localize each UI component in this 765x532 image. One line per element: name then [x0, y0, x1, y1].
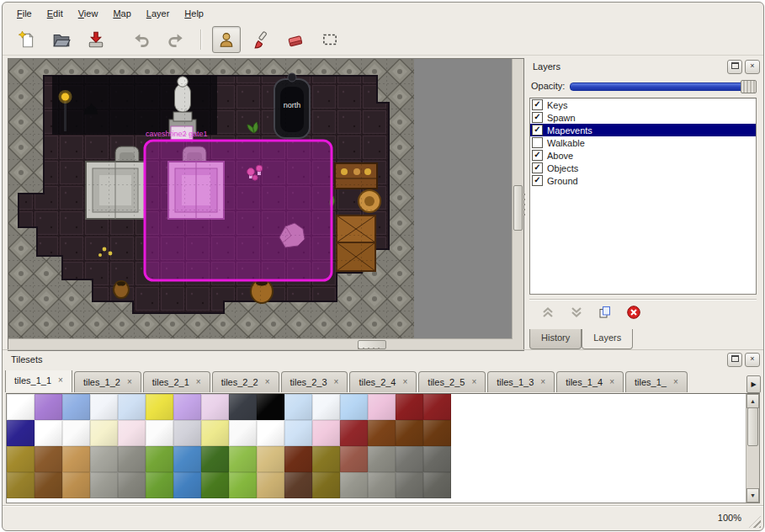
tileset-tile[interactable] [312, 472, 340, 498]
menu-layer[interactable]: Layer [139, 6, 178, 21]
opacity-slider-track[interactable] [570, 82, 757, 91]
tileset-tile[interactable] [62, 472, 90, 498]
map-canvas[interactable]: north [8, 59, 414, 338]
tileset-tile[interactable] [396, 394, 423, 420]
layer-visibility-checkbox[interactable]: ✓ [532, 99, 543, 110]
map-vertical-scrollbar[interactable] [512, 59, 523, 339]
tileset-tab-tiles_1_3[interactable]: tiles_1_3× [487, 371, 555, 392]
map-viewport[interactable]: north [8, 58, 524, 351]
tileset-tile[interactable] [118, 420, 146, 446]
tileset-tile[interactable] [229, 446, 257, 472]
tileset-tile[interactable] [257, 446, 284, 472]
tileset-tile[interactable] [340, 420, 368, 446]
layer-row-mapevents[interactable]: ✓Mapevents [530, 124, 756, 136]
tileset-tile[interactable] [423, 420, 451, 446]
eraser-tool-button[interactable] [281, 26, 310, 53]
tileset-tile[interactable] [284, 394, 312, 420]
tileset-tile[interactable] [201, 394, 229, 420]
tileset-tile[interactable] [368, 420, 396, 446]
tileset-tile[interactable] [146, 394, 173, 420]
tileset-tile[interactable] [257, 394, 284, 420]
tileset-tab-tiles_2_1[interactable]: tiles_2_1× [143, 371, 210, 392]
new-file-button[interactable] [13, 26, 41, 53]
resize-grip[interactable] [749, 516, 761, 528]
tileset-tile[interactable] [201, 472, 229, 498]
tileset-tile[interactable] [284, 420, 312, 446]
tileset-tile[interactable] [7, 472, 35, 498]
tileset-tile[interactable] [423, 446, 451, 472]
tileset-tile[interactable] [229, 394, 257, 420]
scroll-up-button[interactable]: ▲ [746, 394, 759, 408]
raise-layer-button[interactable] [538, 302, 558, 322]
layer-row-objects[interactable]: ✓Objects [530, 162, 756, 174]
tab-close-icon[interactable]: × [126, 378, 133, 386]
layer-row-spawn[interactable]: ✓Spawn [530, 111, 756, 124]
layers-panel-close-button[interactable]: × [745, 60, 760, 74]
opacity-slider[interactable] [570, 79, 757, 93]
tileset-vertical-scrollbar[interactable]: ▲ ▼ [746, 394, 759, 503]
tileset-scroll-thumb[interactable] [747, 407, 758, 446]
layer-visibility-checkbox[interactable]: ✓ [532, 175, 543, 186]
tileset-tile[interactable] [62, 446, 90, 472]
layers-panel-restore-button[interactable] [727, 60, 742, 74]
tileset-tile[interactable] [312, 420, 340, 446]
menu-file[interactable]: File [9, 6, 40, 21]
redo-button[interactable] [162, 26, 190, 53]
tab-history[interactable]: History [529, 329, 582, 349]
select-tool-button[interactable] [316, 26, 344, 53]
tileset-tile[interactable] [229, 472, 257, 498]
tileset-tile[interactable] [201, 446, 229, 472]
tileset-tile[interactable] [35, 420, 62, 446]
tileset-tile[interactable] [173, 472, 201, 498]
tab-close-icon[interactable]: × [539, 378, 546, 386]
lower-layer-button[interactable] [566, 302, 587, 322]
map-vertical-scroll-thumb[interactable] [513, 185, 523, 231]
open-file-button[interactable] [47, 26, 76, 53]
tab-layers[interactable]: Layers [582, 329, 633, 349]
tileset-tile[interactable] [146, 446, 173, 472]
layer-visibility-checkbox[interactable]: ✓ [532, 112, 543, 123]
tileset-tile[interactable] [90, 394, 118, 420]
tileset-tile[interactable] [312, 446, 340, 472]
tileset-tile[interactable] [118, 394, 146, 420]
tileset-tile[interactable] [396, 420, 423, 446]
tileset-tile[interactable] [423, 394, 451, 420]
layer-row-ground[interactable]: ✓Ground [530, 174, 756, 187]
undo-button[interactable] [127, 26, 156, 53]
tileset-tile[interactable] [257, 420, 284, 446]
tileset-tile[interactable] [118, 446, 146, 472]
tileset-tile[interactable] [368, 446, 396, 472]
tab-scroll-right-button[interactable]: ▶ [746, 375, 761, 393]
map-selection[interactable] [145, 141, 332, 280]
brush-tool-button[interactable] [247, 26, 275, 53]
tileset-tab-tiles_2_3[interactable]: tiles_2_3× [281, 371, 348, 392]
tileset-tile[interactable] [90, 472, 118, 498]
menu-edit[interactable]: Edit [40, 6, 71, 21]
layer-visibility-checkbox[interactable]: ✓ [532, 125, 543, 136]
tileset-tile[interactable] [340, 446, 368, 472]
tileset-tile[interactable] [173, 446, 201, 472]
tileset-tile[interactable] [423, 472, 451, 498]
tileset-tile[interactable] [35, 446, 62, 472]
tileset-tile[interactable] [90, 446, 118, 472]
tileset-tab-tiles_1_4[interactable]: tiles_1_4× [556, 371, 624, 392]
duplicate-layer-button[interactable] [595, 302, 615, 322]
tileset-tab-tiles_1_1[interactable]: tiles_1_1× [5, 370, 72, 392]
tileset-tile[interactable] [312, 394, 340, 420]
tileset-tile[interactable] [118, 472, 146, 498]
opacity-slider-handle[interactable] [741, 80, 757, 93]
tileset-tile[interactable] [35, 472, 62, 498]
tileset-tile[interactable] [173, 420, 201, 446]
tileset-tile[interactable] [368, 472, 396, 498]
tileset-tile[interactable] [396, 472, 423, 498]
tileset-tile[interactable] [284, 472, 312, 498]
menu-help[interactable]: Help [177, 6, 211, 21]
tileset-view[interactable]: ▲ ▼ [6, 393, 760, 503]
tab-close-icon[interactable]: × [333, 378, 340, 386]
tileset-tile[interactable] [7, 446, 35, 472]
tileset-tab-tiles_2_5[interactable]: tiles_2_5× [418, 371, 486, 392]
tilesets-panel-restore-button[interactable] [727, 353, 742, 367]
delete-layer-button[interactable] [624, 302, 644, 322]
tileset-tab-tiles_1_2[interactable]: tiles_1_2× [74, 371, 141, 392]
tileset-tile[interactable] [284, 446, 312, 472]
